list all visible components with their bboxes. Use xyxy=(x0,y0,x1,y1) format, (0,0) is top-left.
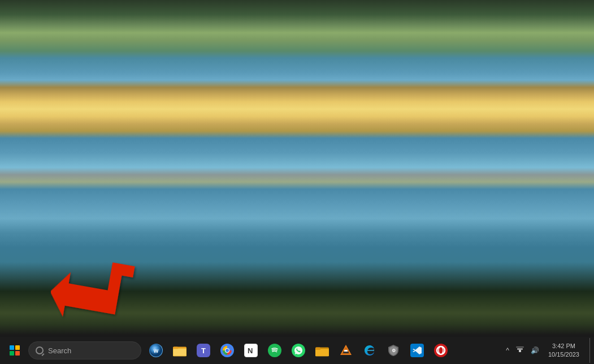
taskbar: Search W xyxy=(0,337,594,364)
svg-point-10 xyxy=(226,349,229,352)
tray-chevron[interactable]: ^ xyxy=(504,345,511,356)
svg-rect-13 xyxy=(315,349,329,356)
taskbar-icon-chrome[interactable] xyxy=(216,338,239,363)
svg-rect-24 xyxy=(516,346,524,348)
taskbar-icon-security[interactable]: ⚙ xyxy=(382,338,405,363)
clock-date: 10/15/2023 xyxy=(548,350,579,359)
svg-text:W: W xyxy=(154,348,159,354)
taskbar-icon-winamp[interactable]: W xyxy=(145,338,167,363)
taskbar-icon-opera[interactable] xyxy=(430,338,452,363)
svg-point-20 xyxy=(437,346,445,354)
svg-rect-22 xyxy=(519,350,521,352)
clock-time: 3:42 PM xyxy=(548,342,579,350)
system-tray: ^ 🔊 3:42 PM 10/15/2023 xyxy=(504,341,588,361)
start-button[interactable] xyxy=(2,338,27,363)
taskbar-icon-whatsapp[interactable] xyxy=(287,338,310,363)
desktop: Search W xyxy=(0,0,594,364)
search-icon xyxy=(36,346,44,354)
wallpaper xyxy=(0,0,594,364)
taskbar-icon-teams[interactable]: T xyxy=(192,338,215,363)
svg-text:N: N xyxy=(248,346,253,355)
taskbar-apps: W T xyxy=(145,338,452,363)
search-bar[interactable]: Search xyxy=(28,341,141,359)
svg-rect-23 xyxy=(517,348,523,350)
tray-network-icon[interactable] xyxy=(514,345,526,357)
taskbar-icon-explorer[interactable] xyxy=(311,338,333,363)
windows-logo-icon xyxy=(10,345,20,356)
tray-volume-icon[interactable]: 🔊 xyxy=(528,345,541,356)
taskbar-icon-file-explorer[interactable] xyxy=(168,338,191,363)
svg-point-21 xyxy=(439,346,443,354)
show-desktop-button[interactable] xyxy=(589,338,592,363)
system-clock[interactable]: 3:42 PM 10/15/2023 xyxy=(544,341,584,361)
svg-rect-6 xyxy=(174,349,186,356)
taskbar-icon-notion[interactable]: N xyxy=(240,338,262,363)
search-label: Search xyxy=(48,346,71,355)
taskbar-icon-vlc[interactable] xyxy=(335,338,357,363)
svg-rect-14 xyxy=(315,347,320,350)
svg-rect-18 xyxy=(343,352,349,353)
taskbar-icon-vscode[interactable] xyxy=(406,338,428,363)
taskbar-icon-edge[interactable] xyxy=(358,338,381,363)
taskbar-icon-spotify[interactable] xyxy=(263,338,286,363)
svg-text:⚙: ⚙ xyxy=(392,348,396,353)
